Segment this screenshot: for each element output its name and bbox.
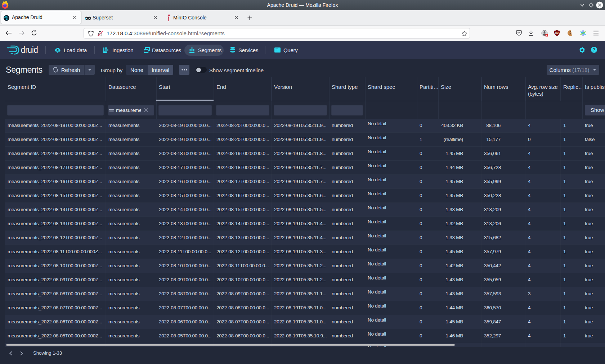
svg-text:uO: uO bbox=[555, 32, 559, 34]
svg-text:?: ? bbox=[593, 47, 595, 53]
